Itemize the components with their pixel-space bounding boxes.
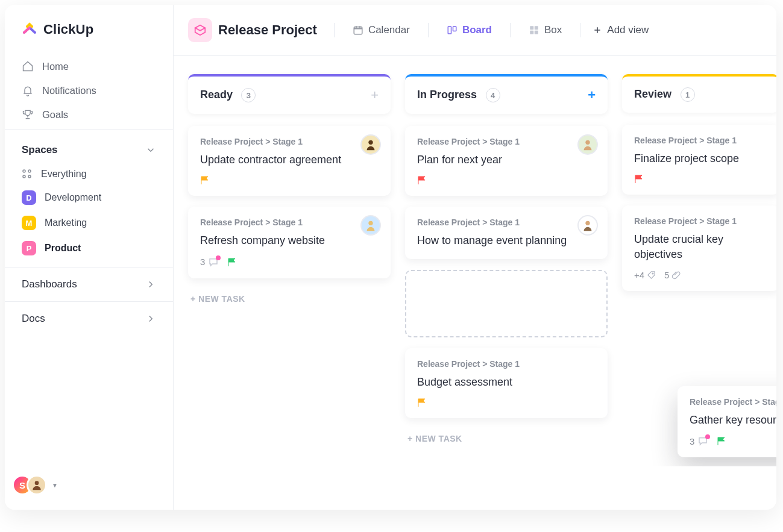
svg-point-16 bbox=[652, 273, 653, 274]
brand-label: ClickUp bbox=[43, 22, 93, 37]
board: Ready 3 + Release Project > Stage 1 Upda… bbox=[174, 56, 776, 466]
breadcrumb: Release Project > Stage 1 bbox=[417, 137, 596, 146]
nav-home[interactable]: Home bbox=[11, 54, 167, 78]
nav-dashboards[interactable]: Dashboards bbox=[5, 267, 173, 301]
space-label: Product bbox=[45, 243, 81, 254]
nav-notifications[interactable]: Notifications bbox=[11, 78, 167, 102]
column-count: 4 bbox=[486, 88, 500, 102]
view-board[interactable]: Board bbox=[441, 20, 498, 40]
svg-rect-5 bbox=[354, 27, 362, 34]
priority-flag-icon[interactable] bbox=[417, 398, 427, 407]
avatar-stack: S bbox=[18, 475, 47, 495]
breadcrumb: Release Project > Stage 1 bbox=[200, 137, 379, 146]
task-card[interactable]: Release Project > Stage 1 Refresh compan… bbox=[188, 207, 391, 278]
task-card[interactable]: Release Project > Stage 1 Budget assessm… bbox=[405, 348, 608, 418]
assignee-avatar[interactable] bbox=[360, 134, 381, 155]
column-header-review: Review 1 bbox=[622, 74, 776, 113]
nav-docs[interactable]: Docs bbox=[5, 301, 173, 336]
task-card[interactable]: Release Project > Stage 1 Update crucial… bbox=[622, 205, 776, 291]
svg-point-12 bbox=[368, 140, 373, 145]
dragging-task-card[interactable]: Release Project > Stage 1 Gather key res… bbox=[678, 386, 776, 457]
task-card[interactable]: Release Project > Stage 1 Finalize proje… bbox=[622, 125, 776, 195]
breadcrumb: Release Project > Stage 1 bbox=[634, 216, 767, 226]
priority-flag-icon[interactable] bbox=[200, 175, 210, 185]
svg-point-13 bbox=[368, 221, 373, 225]
tag-icon bbox=[647, 271, 656, 280]
board-icon bbox=[447, 25, 458, 36]
comments-count[interactable]: 3 bbox=[200, 257, 219, 268]
svg-point-3 bbox=[28, 175, 31, 178]
task-card[interactable]: Release Project > Stage 1 Update contrac… bbox=[188, 126, 391, 196]
space-marketing[interactable]: M Marketing bbox=[11, 210, 167, 236]
chevron-right-icon bbox=[145, 313, 156, 324]
divider bbox=[428, 23, 429, 37]
task-title: Update crucial key objectives bbox=[634, 232, 767, 261]
project-title: Release Project bbox=[218, 22, 317, 38]
svg-point-15 bbox=[585, 221, 590, 225]
space-badge: D bbox=[22, 190, 36, 205]
assignee-avatar[interactable] bbox=[577, 215, 598, 236]
drop-zone[interactable] bbox=[405, 270, 608, 337]
svg-rect-10 bbox=[530, 31, 533, 34]
priority-flag-icon[interactable] bbox=[417, 175, 427, 185]
divider bbox=[580, 23, 580, 37]
task-title: Plan for next year bbox=[417, 152, 596, 167]
new-task-button[interactable]: + NEW TASK bbox=[188, 289, 391, 308]
column-header-ready: Ready 3 + bbox=[188, 74, 391, 114]
svg-rect-7 bbox=[453, 27, 456, 31]
subtask-count[interactable]: +4 bbox=[634, 270, 656, 280]
svg-rect-9 bbox=[535, 26, 538, 30]
nav-label: Goals bbox=[42, 109, 68, 120]
space-everything[interactable]: Everything bbox=[11, 163, 167, 185]
caret-icon: ▼ bbox=[52, 482, 58, 489]
column-title: Ready bbox=[200, 89, 233, 101]
space-badge: P bbox=[22, 241, 36, 255]
trophy-icon bbox=[22, 108, 34, 120]
breadcrumb: Release Project > Stage 1 bbox=[200, 217, 379, 227]
breadcrumb: Release Project > Stage 1 bbox=[417, 359, 596, 369]
column-title: In Progress bbox=[417, 89, 477, 101]
comments-count[interactable]: 3 bbox=[690, 436, 708, 446]
priority-flag-icon[interactable] bbox=[227, 257, 237, 267]
space-badge: M bbox=[22, 216, 36, 230]
attachment-count[interactable]: 5 bbox=[664, 270, 681, 280]
add-task-button[interactable]: + bbox=[588, 87, 596, 103]
priority-flag-icon[interactable] bbox=[634, 174, 644, 184]
svg-point-0 bbox=[23, 170, 25, 172]
grid-icon bbox=[22, 169, 33, 180]
add-view-label: Add view bbox=[607, 24, 649, 36]
view-label: Calendar bbox=[368, 24, 410, 36]
nav-label: Home bbox=[42, 61, 69, 72]
task-card[interactable]: Release Project > Stage 1 How to manage … bbox=[405, 207, 608, 258]
avatar-member bbox=[27, 475, 47, 495]
divider bbox=[510, 23, 511, 37]
svg-rect-11 bbox=[535, 31, 538, 34]
breadcrumb: Release Project > Stage 1 bbox=[417, 217, 596, 227]
view-box[interactable]: Box bbox=[523, 20, 568, 40]
home-icon bbox=[22, 60, 34, 72]
user-menu[interactable]: S ▼ bbox=[5, 464, 173, 510]
view-label: Box bbox=[544, 24, 562, 36]
task-card[interactable]: Release Project > Stage 1 Plan for next … bbox=[405, 126, 608, 196]
nav-label: Docs bbox=[22, 313, 45, 325]
spaces-header[interactable]: Spaces bbox=[11, 140, 167, 163]
topbar: Release Project Calendar Board Box Add v… bbox=[174, 5, 776, 56]
view-calendar[interactable]: Calendar bbox=[347, 20, 416, 40]
column-in-progress: In Progress 4 + Release Project > Stage … bbox=[405, 74, 608, 448]
brand[interactable]: ClickUp bbox=[5, 5, 173, 52]
breadcrumb: Release Project > Stage 1 bbox=[634, 136, 767, 145]
nav-goals[interactable]: Goals bbox=[11, 102, 167, 127]
priority-flag-icon[interactable] bbox=[717, 436, 726, 446]
add-task-button[interactable]: + bbox=[371, 87, 379, 103]
assignee-avatar[interactable] bbox=[577, 134, 598, 155]
new-task-button[interactable]: + NEW TASK bbox=[405, 429, 608, 448]
plus-icon bbox=[593, 25, 602, 35]
task-title: Finalize project scope bbox=[634, 151, 767, 166]
assignee-avatar[interactable] bbox=[360, 215, 381, 236]
space-product[interactable]: P Product bbox=[11, 236, 167, 261]
breadcrumb: Release Project > Stage 1 bbox=[690, 397, 776, 407]
sidebar: ClickUp Home Notifications Goals Spaces bbox=[5, 5, 174, 510]
space-development[interactable]: D Development bbox=[11, 185, 167, 210]
task-title: Update contractor agreement bbox=[200, 152, 379, 167]
add-view-button[interactable]: Add view bbox=[593, 24, 649, 36]
